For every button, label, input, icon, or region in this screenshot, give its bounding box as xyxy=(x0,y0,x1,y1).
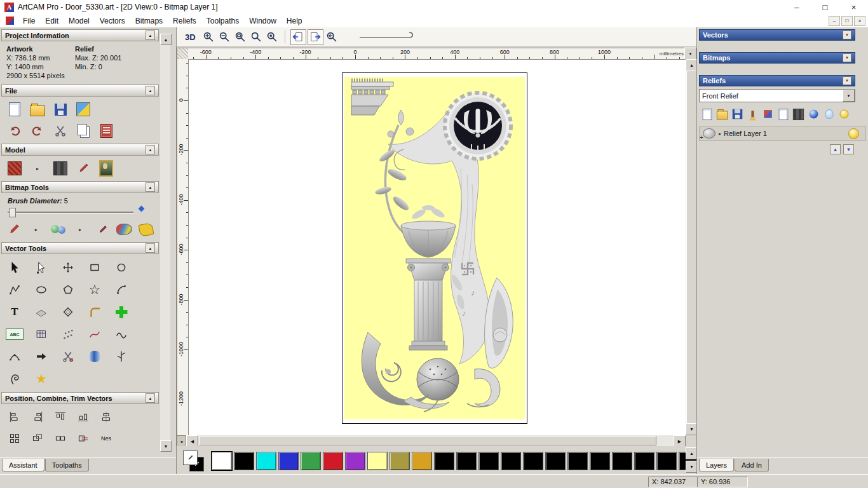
tab-toolpaths[interactable]: Toolpaths xyxy=(45,459,89,471)
paste-icon[interactable] xyxy=(97,121,116,140)
menu-bitmaps[interactable]: Bitmaps xyxy=(130,15,168,27)
node-editing-tool[interactable] xyxy=(31,258,52,277)
collapse-section-button[interactable]: ▲ xyxy=(146,86,155,95)
view-3d-button[interactable]: 3D xyxy=(180,31,200,43)
create-circle-tool[interactable] xyxy=(111,258,132,277)
menu-model[interactable]: Model xyxy=(64,15,95,27)
palette-swatch[interactable] xyxy=(301,452,321,470)
cut-icon[interactable] xyxy=(51,121,70,140)
measure-tool[interactable] xyxy=(84,325,105,344)
collapse-section-button[interactable]: ▲ xyxy=(146,393,155,403)
menu-vectors[interactable]: Vectors xyxy=(95,15,130,27)
mdi-close-button[interactable]: × xyxy=(854,16,865,26)
nesting-icon[interactable]: Nes xyxy=(97,429,116,448)
layer-visibility-icon[interactable] xyxy=(844,124,863,143)
transform-vectors-tool[interactable] xyxy=(57,258,79,277)
2d-view-canvas[interactable]: ♪ ♪ xyxy=(188,59,686,435)
paste-along-curve-tool[interactable] xyxy=(57,325,79,344)
paste-grid-tool[interactable] xyxy=(31,325,52,344)
new-bitmap-layer-icon[interactable] xyxy=(776,107,790,121)
palette-scrollbar[interactable]: ▲ ▼ xyxy=(686,447,696,474)
weld-vectors-icon[interactable] xyxy=(51,429,70,448)
save-relief-icon[interactable] xyxy=(731,107,744,121)
menu-window[interactable]: Window xyxy=(244,15,281,27)
collapse-section-button[interactable]: ▲ xyxy=(146,30,155,40)
node-cut-tool[interactable] xyxy=(111,347,132,366)
horizontal-scrollbar[interactable]: ◂▸ ◀ ▶ xyxy=(177,435,686,446)
paint-selected-colour-icon[interactable] xyxy=(49,220,67,239)
combo-dropdown-button[interactable]: ▼ xyxy=(843,90,855,102)
mdi-restore-button[interactable]: □ xyxy=(841,16,853,26)
clean-relief-icon[interactable] xyxy=(746,107,759,121)
flyout-arrow-icon[interactable]: ▸ xyxy=(27,220,46,239)
adjust-model-icon[interactable] xyxy=(51,159,70,178)
redo-icon[interactable] xyxy=(28,121,47,140)
save-model-icon[interactable] xyxy=(51,100,70,119)
slider-track[interactable] xyxy=(8,212,133,214)
open-relief-icon[interactable] xyxy=(715,107,729,121)
colour-palette-icon[interactable] xyxy=(115,220,133,239)
three-point-arc-tool[interactable] xyxy=(4,347,25,366)
zoom-in-icon[interactable] xyxy=(201,30,216,44)
palette-swatch[interactable] xyxy=(523,452,543,470)
paint-tool-icon[interactable] xyxy=(5,220,24,239)
draw-tool-icon[interactable] xyxy=(93,220,111,239)
menu-help[interactable]: Help xyxy=(281,15,308,27)
palette-swatch[interactable] xyxy=(412,452,432,470)
mdi-minimize-button[interactable]: – xyxy=(829,16,840,26)
zoom-fit-icon[interactable] xyxy=(249,30,264,44)
tab-add-in[interactable]: Add In xyxy=(735,459,769,471)
set-model-size-icon[interactable] xyxy=(5,159,24,178)
palette-swatch[interactable] xyxy=(434,452,454,470)
primary-secondary-colour-indicator[interactable] xyxy=(182,451,208,471)
create-rectangle-tool[interactable] xyxy=(84,258,105,277)
relief-matrix-icon[interactable] xyxy=(792,107,805,121)
tab-layers[interactable]: Layers xyxy=(699,459,734,471)
star-wizard-tool[interactable]: ★ xyxy=(31,369,52,388)
wrap-text-tool[interactable]: ABC xyxy=(4,325,25,344)
expand-panel-button[interactable]: ▼ xyxy=(843,76,851,85)
collapse-section-button[interactable]: ▲ xyxy=(146,182,155,192)
mdi-document-icon[interactable] xyxy=(6,17,14,25)
mirror-vectors-tool[interactable] xyxy=(31,302,52,322)
zoom-box-icon[interactable] xyxy=(233,30,248,44)
fit-arcs-tool[interactable] xyxy=(111,325,132,344)
block-combine-icon[interactable] xyxy=(28,429,47,448)
brush-diameter-slider[interactable] xyxy=(8,206,153,217)
horizontal-scroll-track[interactable] xyxy=(198,435,674,446)
collapse-section-button[interactable]: ▲ xyxy=(146,243,155,253)
bitmaps-panel-header[interactable]: Bitmaps ▼ xyxy=(699,52,855,64)
smooth-relief-icon[interactable] xyxy=(822,107,836,121)
palette-swatch[interactable] xyxy=(456,452,477,470)
new-relief-layer-icon[interactable] xyxy=(700,107,714,121)
undo-icon[interactable] xyxy=(5,121,24,140)
scroll-up-button[interactable]: ▲ xyxy=(160,34,172,45)
vertical-scroll-thumb[interactable] xyxy=(686,71,697,424)
relief-sphere-icon[interactable] xyxy=(807,107,820,121)
reliefs-panel-header[interactable]: Reliefs ▼ xyxy=(699,75,855,86)
create-text-tool[interactable]: T xyxy=(4,302,25,322)
align-right-icon[interactable] xyxy=(28,407,47,426)
palette-swatch[interactable] xyxy=(367,452,388,470)
subtract-vectors-icon[interactable] xyxy=(74,429,93,448)
section-bitmap-tools[interactable]: Bitmap Tools ▲ xyxy=(1,181,159,193)
menu-toolpaths[interactable]: Toolpaths xyxy=(201,15,244,27)
palette-swatch[interactable] xyxy=(612,452,632,470)
move-layer-up-button[interactable]: ▲ xyxy=(830,144,841,154)
flyout-arrow-icon[interactable]: ▸ xyxy=(71,220,90,239)
tab-assistant[interactable]: Assistant xyxy=(2,459,44,471)
convert-to-arrow-tool[interactable] xyxy=(31,347,52,366)
flyout-arrow-icon[interactable]: ▸ xyxy=(28,159,47,178)
previous-bitmap-icon[interactable] xyxy=(290,29,306,45)
flood-fill-icon[interactable] xyxy=(137,220,155,239)
assistant-scrollbar[interactable]: ▲ ▼ xyxy=(160,34,170,452)
minimize-button[interactable]: – xyxy=(782,3,811,12)
align-top-icon[interactable] xyxy=(51,407,70,426)
scroll-down-button[interactable]: ▼ xyxy=(160,440,172,452)
create-polyline-tool[interactable] xyxy=(4,280,25,299)
palette-swatch[interactable] xyxy=(590,452,610,470)
palette-swatch[interactable] xyxy=(278,452,299,470)
menu-reliefs[interactable]: Reliefs xyxy=(168,15,201,27)
align-bottom-icon[interactable] xyxy=(74,407,93,426)
new-model-icon[interactable] xyxy=(5,100,24,119)
